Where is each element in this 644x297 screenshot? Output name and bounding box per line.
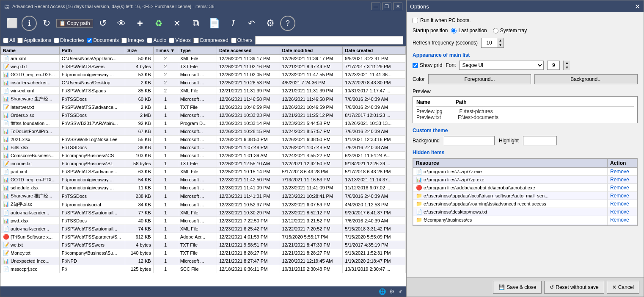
table-row[interactable]: 📊Unexpected Inco... F:\NPD 12 KB 1 Micro… xyxy=(1,257,406,265)
table-row[interactable]: 📝we-p.txt F:\SP\Web\TSS\vers 4 bytes 2 T… xyxy=(1,63,406,71)
add-button[interactable]: + xyxy=(131,14,149,32)
remove-link[interactable]: Remove xyxy=(610,193,629,199)
font-size-down[interactable]: ▼ xyxy=(563,65,570,70)
font-select[interactable]: Segoe UI Arial Tahoma xyxy=(459,61,544,70)
table-row[interactable]: 📄ara.xml C:\Users\Nosa\AppData\... 50 KB… xyxy=(1,55,406,63)
table-row[interactable]: 📊pwd.xlsx F:\TSSDocs 40 KB 1 Microsoft .… xyxy=(1,217,406,225)
filter-documents-checkbox[interactable] xyxy=(87,38,92,43)
show-grid-checkbox[interactable] xyxy=(413,63,418,68)
remove-link[interactable]: Remove xyxy=(610,201,629,207)
filter-videos[interactable]: Videos xyxy=(169,37,190,43)
table-row[interactable]: 📄fffftss foundation ... F:\VSS\VB2017\AR… xyxy=(1,119,406,128)
copy-button[interactable]: ⧉ xyxy=(187,14,205,32)
settings-button[interactable]: ⚙ xyxy=(261,14,279,32)
col-header-times[interactable]: Times ▼ xyxy=(153,47,178,55)
refresh-frequency-input[interactable] xyxy=(482,38,497,47)
col-header-path[interactable]: Path xyxy=(59,47,125,55)
table-row[interactable]: 📊GOTD_req_en-D2F... F:\promotion\giveawa… xyxy=(1,71,406,79)
last-position-radio[interactable] xyxy=(451,28,457,33)
filter-all[interactable]: All xyxy=(3,37,15,43)
table-row[interactable]: 📊Shareware 推广经... F:\TSSDocs 238 KB 1 Mi… xyxy=(1,192,406,200)
save-close-button[interactable]: 💾 Save & close xyxy=(493,281,542,294)
table-row[interactable]: 🔴[TriSun Software x... F:\SP\Web\TSS\par… xyxy=(1,233,406,241)
filter-applications[interactable]: Applications xyxy=(17,37,51,43)
table-row[interactable]: 📊GOTD_req_en-PTX... F:\promotion\giveawa… xyxy=(1,176,406,184)
col-header-type[interactable]: Type xyxy=(178,47,217,55)
filter-others-checkbox[interactable] xyxy=(231,38,237,43)
table-row[interactable]: 📝we.txt F:\SP\Web\TSS\vers 4 bytes 1 TXT… xyxy=(1,241,406,249)
foreground-button[interactable]: Foreground... xyxy=(428,74,531,84)
table-row[interactable]: 📊Orders.xlsx F:\TSSDocs 2 MB 1 Microsoft… xyxy=(1,111,406,119)
refresh-button[interactable]: ↻ xyxy=(38,14,55,32)
table-row[interactable]: 📊Shareware 生产经... F:\TSSDocs 60 KB 1 Mic… xyxy=(1,95,406,103)
col-header-name[interactable]: Name xyxy=(1,47,60,55)
remove-link[interactable]: Remove xyxy=(610,185,629,191)
col-header-created[interactable]: Date created xyxy=(343,47,406,55)
table-row[interactable]: 📝latestver.txt F:\SP\Web\TSS\advance... … xyxy=(1,103,406,111)
table-row[interactable]: 📊Bills.xlsx F:\TSSDocs 38 KB 1 Microsoft… xyxy=(1,144,406,152)
table-row[interactable]: 📊ToDoListForAllPro... 67 KB 1 Microsoft.… xyxy=(1,128,406,136)
minimize-button[interactable]: — xyxy=(371,3,380,10)
remove-link[interactable]: Remove xyxy=(610,217,629,223)
table-row[interactable]: 📊Z知乎.xlsx F:\promotion\social 84 KB 1 Mi… xyxy=(1,200,406,209)
screen-button[interactable]: ⬜ xyxy=(3,14,21,32)
filter-compressed-checkbox[interactable] xyxy=(193,38,199,43)
table-row[interactable]: 📄mssccprj.scc F:\ 125 bytes 1 SCC File 1… xyxy=(1,265,406,273)
file-copy-button[interactable]: 📄 xyxy=(206,14,223,32)
filter-applications-checkbox[interactable] xyxy=(17,38,23,43)
remove-link[interactable]: Remove xyxy=(610,209,629,215)
col-header-accessed[interactable]: Date accessed xyxy=(217,47,280,55)
info-button[interactable]: ℹ xyxy=(22,16,37,31)
table-row[interactable]: 📝Money.txt F:\company\Business\Su... 140… xyxy=(1,249,406,257)
help-button[interactable]: ? xyxy=(280,16,295,31)
filter-videos-checkbox[interactable] xyxy=(169,38,174,43)
table-row[interactable]: 📄win-ext.xml F:\SP\Web\TSS\pads 85 KB 2 … xyxy=(1,87,406,95)
status-globe-icon[interactable]: 🌐 xyxy=(379,288,386,295)
font-size-up[interactable]: ▲ xyxy=(563,61,570,65)
eye-button[interactable]: 👁 xyxy=(113,14,130,32)
rotate-button[interactable]: ↺ xyxy=(94,14,112,32)
col-header-modified[interactable]: Date modified xyxy=(280,47,343,55)
options-close-button[interactable]: ✕ xyxy=(635,3,640,11)
filter-audio[interactable]: Audio xyxy=(147,37,166,43)
cursor-button[interactable]: I xyxy=(224,14,242,32)
restore-button[interactable]: ❐ xyxy=(382,3,391,10)
run-at-boot-checkbox[interactable] xyxy=(413,18,418,23)
run-at-boot-label[interactable]: Run it when PC boots. xyxy=(413,17,471,23)
custom-bg-color[interactable] xyxy=(444,136,495,145)
filter-others[interactable]: Others xyxy=(231,37,253,43)
filter-images-checkbox[interactable] xyxy=(121,38,127,43)
refresh-frequency-up[interactable]: ▲ xyxy=(497,38,504,43)
table-row[interactable]: 📊ComscoreBusiness... F:\company\Business… xyxy=(1,152,406,160)
status-settings-icon[interactable]: ⚙ xyxy=(389,288,395,295)
table-row[interactable]: 📝income.txt F:\company\Business\BL 58 by… xyxy=(1,160,406,168)
filter-directories[interactable]: Directories xyxy=(54,37,84,43)
filter-images[interactable]: Images xyxy=(121,37,144,43)
table-row[interactable]: 📄auto-mail-sender... F:\SP\Web\TSS\autom… xyxy=(1,225,406,233)
table-row[interactable]: 📊schedule.xlsx F:\promotion\giveaway ...… xyxy=(1,184,406,192)
system-tray-radio[interactable] xyxy=(493,28,498,33)
cancel-button[interactable]: ✕ Cancel xyxy=(607,281,639,294)
show-grid-label[interactable]: Show grid xyxy=(413,62,442,68)
delete-button[interactable]: ✕ xyxy=(168,14,186,32)
reset-button[interactable]: ↺ Reset without save xyxy=(544,281,604,294)
remove-link[interactable]: Remove xyxy=(610,169,629,175)
file-list-container[interactable]: Name Path Size Times ▼ Type Date accesse… xyxy=(0,46,406,286)
last-position-option[interactable]: Last position xyxy=(451,28,487,33)
refresh-frequency-down[interactable]: ▼ xyxy=(497,43,504,47)
font-size-input[interactable] xyxy=(547,61,560,70)
filter-directories-checkbox[interactable] xyxy=(54,38,59,43)
background-button[interactable]: Background... xyxy=(534,74,638,84)
filter-documents[interactable]: Documents xyxy=(87,37,119,43)
custom-highlight-color[interactable] xyxy=(523,136,557,145)
filter-audio-checkbox[interactable] xyxy=(147,38,152,43)
system-tray-option[interactable]: System tray xyxy=(493,28,527,33)
filter-compressed[interactable]: Compressed xyxy=(193,37,228,43)
recycle-button[interactable]: ♻ xyxy=(150,14,168,32)
search-input[interactable] xyxy=(255,36,403,44)
hidden-items-scroll[interactable]: Resource Action 📄c:\program files\7-zip\… xyxy=(413,158,638,226)
copy-path-button[interactable]: 📋 Copy path xyxy=(56,19,93,28)
close-button[interactable]: ✕ xyxy=(393,3,402,10)
table-row[interactable]: 📊installers-checker... C:\Users\Nosa\Des… xyxy=(1,79,406,87)
filter-all-checkbox[interactable] xyxy=(3,38,8,43)
